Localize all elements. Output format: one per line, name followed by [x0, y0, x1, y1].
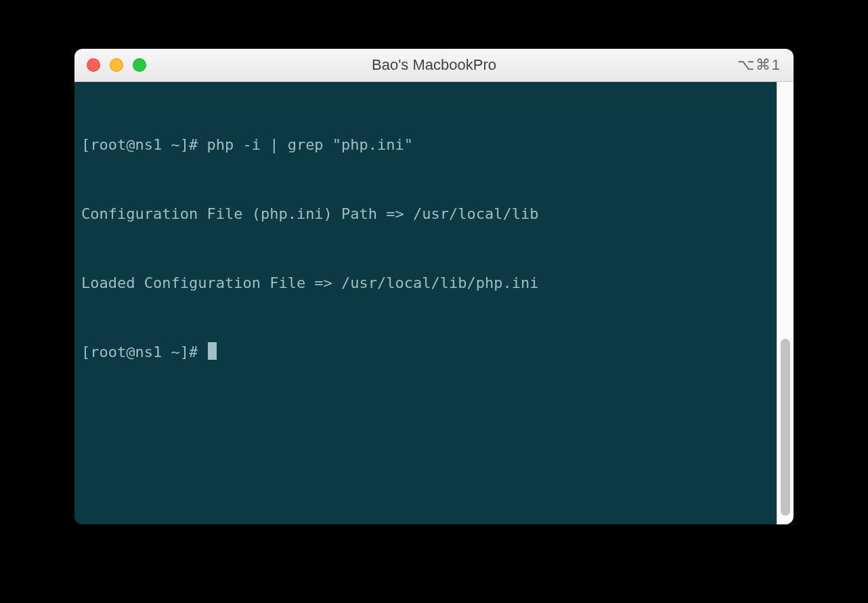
minimize-icon[interactable]: [110, 58, 123, 72]
window-body: [root@ns1 ~]# php -i | grep "php.ini" Co…: [74, 82, 794, 524]
terminal-prompt: [root@ns1 ~]#: [81, 344, 207, 360]
tab-shortcut-hint: ⌥⌘1: [737, 56, 794, 74]
terminal-line: [root@ns1 ~]# php -i | grep "php.ini": [81, 133, 771, 157]
window-title: Bao's MacbookPro: [74, 56, 794, 74]
terminal-output[interactable]: [root@ns1 ~]# php -i | grep "php.ini" Co…: [74, 82, 777, 524]
titlebar[interactable]: Bao's MacbookPro ⌥⌘1: [74, 49, 794, 82]
cursor-icon: [208, 342, 217, 360]
terminal-line: Configuration File (php.ini) Path => /us…: [81, 203, 771, 226]
terminal-line: Loaded Configuration File => /usr/local/…: [81, 272, 771, 295]
terminal-window: Bao's MacbookPro ⌥⌘1 [root@ns1 ~]# php -…: [74, 49, 794, 524]
terminal-prompt-line: [root@ns1 ~]#: [81, 341, 771, 364]
close-icon[interactable]: [87, 58, 100, 72]
scrollbar-thumb[interactable]: [781, 339, 790, 516]
zoom-icon[interactable]: [133, 58, 146, 72]
traffic-lights: [74, 58, 146, 72]
scrollbar-track[interactable]: [777, 82, 794, 524]
